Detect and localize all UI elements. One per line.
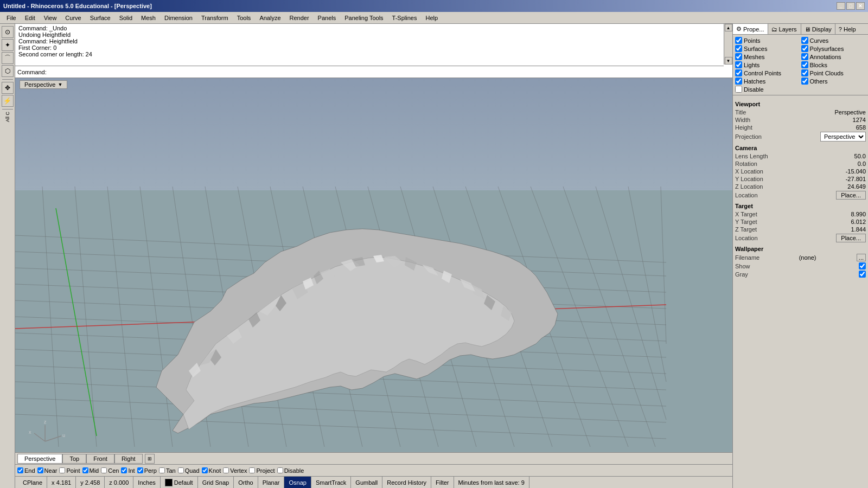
- scroll-up[interactable]: ▲: [725, 24, 732, 31]
- curve-tool[interactable]: ⌒: [2, 52, 14, 64]
- viewport-svg[interactable]: u z x: [15, 78, 732, 452]
- gumball-button[interactable]: Gumball: [351, 477, 382, 488]
- cb-lights-input[interactable]: [735, 61, 742, 68]
- width-prop-label: Width: [735, 117, 750, 123]
- menu-curve[interactable]: Curve: [61, 14, 85, 22]
- cb-polysurfaces: Polysurfaces: [801, 45, 866, 52]
- cb-blocks-input[interactable]: [801, 61, 808, 68]
- center-area: Command: _Undo Undoing Heightfield Comma…: [15, 24, 732, 488]
- menu-paneling-tools[interactable]: Paneling Tools: [340, 14, 387, 22]
- filter-button[interactable]: Filter: [431, 477, 454, 488]
- command-input[interactable]: [49, 69, 722, 75]
- filename-browse-button[interactable]: ...: [857, 254, 866, 261]
- ortho-button[interactable]: Ortho: [234, 477, 258, 488]
- all-c-label[interactable]: All C: [5, 112, 10, 122]
- cb-point-clouds-input[interactable]: [801, 69, 808, 76]
- transform-tool[interactable]: ✥: [2, 82, 14, 94]
- quad-view-button[interactable]: ⊞: [145, 454, 155, 464]
- panel-tab-layers[interactable]: 🗂 Layers: [768, 24, 801, 34]
- menu-render[interactable]: Render: [285, 14, 314, 22]
- snap-end-checkbox[interactable]: [17, 467, 23, 473]
- record-history-button[interactable]: Record History: [382, 477, 431, 488]
- snap-vertex: Vertex: [223, 467, 247, 474]
- point-tool[interactable]: ✦: [2, 39, 14, 51]
- snap-cen-label: Cen: [108, 467, 119, 474]
- menu-view[interactable]: View: [40, 14, 61, 22]
- viewport-tab-right[interactable]: Right: [114, 454, 143, 464]
- snap-vertex-checkbox[interactable]: [223, 467, 229, 473]
- menu-transform[interactable]: Transform: [197, 14, 233, 22]
- viewport-section-title: Viewport: [735, 101, 866, 107]
- snap-tan-checkbox[interactable]: [159, 467, 165, 473]
- menu-solid[interactable]: Solid: [115, 14, 137, 22]
- smarttrack-button[interactable]: SmartTrack: [311, 477, 351, 488]
- menu-edit[interactable]: Edit: [21, 14, 40, 22]
- panel-tab-display[interactable]: 🖥 Display: [801, 24, 835, 34]
- x-coord: x 4.181: [47, 477, 76, 488]
- target-place-button[interactable]: Place...: [836, 234, 866, 242]
- prop-title: Title Perspective: [735, 109, 866, 115]
- cb-meshes: Meshes: [735, 53, 800, 60]
- cb-polysurfaces-input[interactable]: [801, 45, 808, 52]
- grid-snap-button[interactable]: Grid Snap: [198, 477, 234, 488]
- osnap-button[interactable]: Osnap: [284, 477, 311, 488]
- planar-button[interactable]: Planar: [258, 477, 285, 488]
- z-target-value: 1.844: [851, 226, 866, 233]
- snap-mid-label: Mid: [90, 467, 99, 474]
- viewport-tab-front[interactable]: Front: [86, 454, 114, 464]
- close-button[interactable]: ✕: [856, 2, 865, 10]
- camera-place-button[interactable]: Place...: [836, 191, 866, 200]
- cb-points-input[interactable]: [735, 37, 742, 44]
- snap-knot-checkbox[interactable]: [202, 467, 208, 473]
- viewport-tab-top[interactable]: Top: [62, 454, 86, 464]
- menu-panels[interactable]: Panels: [314, 14, 341, 22]
- cb-disable-input[interactable]: [735, 86, 742, 93]
- cb-curves: Curves: [801, 37, 866, 44]
- viewport-tab-perspective[interactable]: Perspective: [17, 454, 62, 464]
- menu-analyze[interactable]: Analyze: [255, 14, 285, 22]
- select-tool[interactable]: ⊙: [2, 26, 14, 38]
- cb-hatches-input[interactable]: [735, 78, 742, 85]
- maximize-button[interactable]: □: [846, 2, 855, 10]
- snap-mid-checkbox[interactable]: [82, 467, 88, 473]
- panel-tab-properties[interactable]: ⚙ Prope...: [733, 24, 768, 34]
- viewport-tab[interactable]: Perspective ▼: [20, 80, 67, 89]
- cb-annotations-input[interactable]: [801, 53, 808, 60]
- projection-select[interactable]: Perspective Parallel: [820, 132, 866, 142]
- menu-mesh[interactable]: Mesh: [137, 14, 160, 22]
- svg-text:u: u: [62, 433, 65, 438]
- snap-int-checkbox[interactable]: [121, 467, 127, 473]
- camera-location-label: Location: [735, 192, 758, 198]
- minimize-button[interactable]: _: [837, 2, 845, 10]
- menu-dimension[interactable]: Dimension: [160, 14, 197, 22]
- command-input-row: Command:: [15, 66, 724, 78]
- snap-project-checkbox[interactable]: [249, 467, 255, 473]
- analyze-tool[interactable]: ⚡: [2, 95, 14, 107]
- panel-tab-help[interactable]: ? Help: [835, 24, 868, 34]
- cb-surfaces-input[interactable]: [735, 45, 742, 52]
- surface-tool[interactable]: ⬡: [2, 65, 14, 77]
- cb-control-points-input[interactable]: [735, 69, 742, 76]
- viewport-dropdown-icon[interactable]: ▼: [58, 82, 62, 87]
- snap-disable-checkbox[interactable]: [277, 467, 283, 473]
- snap-vertex-label: Vertex: [230, 467, 247, 474]
- menu-tools[interactable]: Tools: [233, 14, 256, 22]
- menu-tsplines[interactable]: T-Splines: [388, 14, 422, 22]
- gray-checkbox[interactable]: [859, 271, 866, 278]
- title-bar: Untitled - Rhinoceros 5.0 Educational - …: [0, 0, 868, 12]
- menu-surface[interactable]: Surface: [86, 14, 115, 22]
- snap-near-checkbox[interactable]: [37, 467, 43, 473]
- snap-perp-checkbox[interactable]: [137, 467, 143, 473]
- show-checkbox[interactable]: [859, 262, 866, 269]
- snap-quad-checkbox[interactable]: [178, 467, 184, 473]
- scroll-down[interactable]: ▼: [725, 57, 732, 65]
- menu-file[interactable]: File: [2, 14, 21, 22]
- viewport-container[interactable]: Perspective ▼: [15, 78, 732, 452]
- cb-curves-input[interactable]: [801, 37, 808, 44]
- cb-others-input[interactable]: [801, 78, 808, 85]
- snap-cen-checkbox[interactable]: [101, 467, 107, 473]
- command-scrollbar[interactable]: ▲ ▼: [724, 24, 732, 65]
- menu-help[interactable]: Help: [421, 14, 442, 22]
- cb-meshes-input[interactable]: [735, 53, 742, 60]
- snap-point-checkbox[interactable]: [59, 467, 65, 473]
